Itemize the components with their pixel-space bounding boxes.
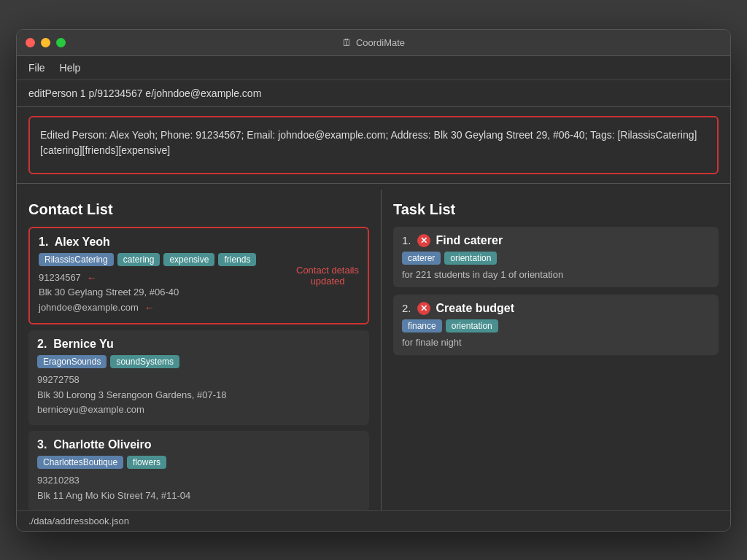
contact-phone-3: 93210283	[37, 473, 360, 489]
tag-expensive: expensive	[163, 253, 214, 266]
task-header-1: 1. ✕ Find caterer	[402, 234, 710, 247]
output-area: Edited Person: Alex Yeoh; Phone: 9123456…	[28, 116, 719, 174]
contact-updated-label: Contact detailsupdated	[296, 265, 359, 287]
contact-item-2[interactable]: 2. Bernice Yu EragonSounds soundSystems …	[28, 330, 369, 425]
window-controls	[26, 38, 66, 47]
close-button[interactable]	[26, 38, 35, 47]
task-item-1[interactable]: 1. ✕ Find caterer caterer orientation fo…	[393, 227, 719, 287]
contact-address-1: Blk 30 Geylang Street 29, #06-40	[39, 285, 359, 300]
status-bar: ./data/addressbook.json	[17, 510, 730, 531]
task-name-2: Create budget	[436, 302, 515, 315]
contact-panel: Contact List 1. Alex Yeoh RilassisCateri…	[17, 190, 382, 510]
contact-email-row-1: johndoe@example.com ←	[39, 300, 359, 316]
contact-phone-2: 99272758	[37, 373, 360, 388]
tag-orientation-2: orientation	[446, 319, 498, 332]
maximize-button[interactable]	[56, 38, 66, 47]
contact-item-3[interactable]: 3. Charlotte Oliveiro CharlottesBoutique…	[28, 431, 369, 510]
contact-tags-3: CharlottesBoutique flowers	[37, 456, 360, 469]
command-input-area	[17, 80, 730, 107]
task-number-2: 2.	[402, 302, 411, 314]
task-detail-1: for 221 students in day 1 of orientation	[402, 269, 710, 280]
contact-tags-2: EragonSounds soundSystems	[37, 355, 360, 368]
tag-catering: catering	[117, 253, 160, 266]
main-window: 🗓 CoordiMate File Help Edited Person: Al…	[16, 29, 731, 532]
error-icon-1: ✕	[417, 234, 430, 247]
task-panel: Task List 1. ✕ Find caterer caterer orie…	[382, 190, 730, 510]
command-input[interactable]	[28, 88, 719, 99]
app-title: 🗓 CoordiMate	[342, 37, 405, 48]
task-detail-2: for finale night	[402, 337, 710, 348]
tag-charlottes: CharlottesBoutique	[37, 456, 123, 469]
tag-finance: finance	[402, 319, 442, 332]
contact-email-2: berniceyu@example.com	[37, 402, 360, 418]
contact-address-3: Blk 11 Ang Mo Kio Street 74, #11-04	[37, 489, 360, 504]
contact-name-2: 2. Bernice Yu	[37, 338, 360, 351]
tag-sound-systems: soundSystems	[110, 355, 179, 368]
minimize-button[interactable]	[41, 38, 50, 47]
arrow-icon-2: ←	[144, 302, 155, 314]
task-item-2[interactable]: 2. ✕ Create budget finance orientation f…	[393, 295, 719, 355]
contact-item-1[interactable]: 1. Alex Yeoh RilassisCatering catering e…	[28, 227, 369, 324]
tag-caterer: caterer	[402, 252, 441, 265]
divider	[17, 183, 730, 184]
tag-rilassis: RilassisCatering	[39, 253, 114, 266]
menu-file[interactable]: File	[28, 62, 45, 74]
main-content: Contact List 1. Alex Yeoh RilassisCateri…	[17, 190, 730, 510]
task-number-1: 1.	[402, 234, 411, 246]
task-header-2: 2. ✕ Create budget	[402, 302, 710, 315]
titlebar: 🗓 CoordiMate	[17, 30, 730, 56]
contact-name-3: 3. Charlotte Oliveiro	[37, 438, 360, 451]
task-list-title: Task List	[393, 201, 719, 218]
menu-bar: File Help	[17, 56, 730, 80]
task-tags-2: finance orientation	[402, 319, 710, 332]
arrow-icon-1: ←	[87, 272, 97, 284]
contact-email-1: johndoe@example.com	[39, 300, 139, 316]
menu-help[interactable]: Help	[60, 62, 81, 74]
contact-phone-1: 91234567	[39, 271, 81, 286]
tag-orientation-1: orientation	[444, 252, 497, 265]
task-name-1: Find caterer	[436, 234, 503, 247]
contact-name-1: 1. Alex Yeoh	[39, 236, 359, 249]
tag-flowers: flowers	[127, 456, 166, 469]
task-tags-1: caterer orientation	[402, 252, 710, 265]
title-icon: 🗓	[342, 37, 352, 48]
output-text: Edited Person: Alex Yeoh; Phone: 9123456…	[40, 128, 707, 158]
error-icon-2: ✕	[417, 302, 430, 315]
status-text: ./data/addressbook.json	[28, 516, 129, 526]
tag-eragon: EragonSounds	[37, 355, 107, 368]
title-text: CoordiMate	[356, 37, 405, 48]
contact-address-2: Blk 30 Lorong 3 Serangoon Gardens, #07-1…	[37, 388, 360, 403]
contact-list-title: Contact List	[28, 201, 369, 218]
tag-friends: friends	[218, 253, 256, 266]
